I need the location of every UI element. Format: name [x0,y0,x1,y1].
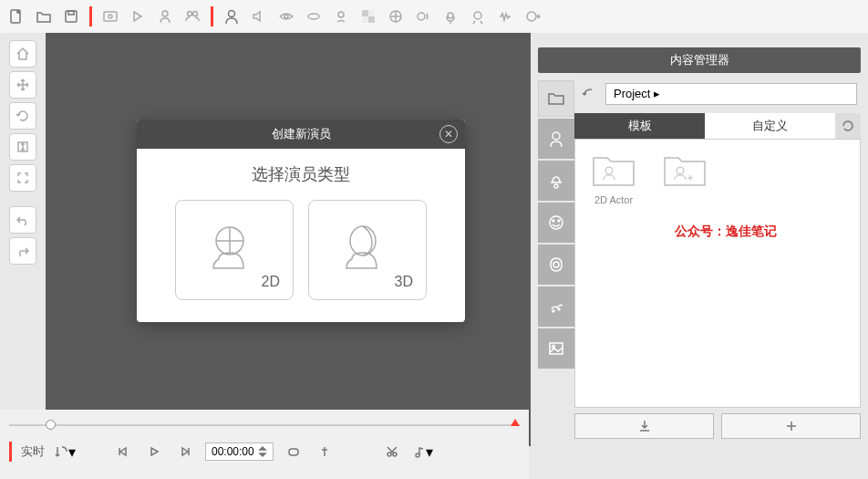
tab-template[interactable]: 模板 [574,113,705,139]
svg-point-10 [308,14,319,19]
voice-icon[interactable] [410,4,436,29]
cut-button[interactable] [381,441,403,463]
timeline-track[interactable] [9,415,520,433]
record-indicator [9,442,12,462]
fullscreen-button[interactable] [9,164,36,192]
category-actor[interactable] [538,119,574,159]
content-manager-panel: 内容管理器 Project ▸ 模板 自定义 [531,33,868,446]
actor-3d-label: 3D [395,274,413,290]
redo-button[interactable] [9,237,36,265]
canvas[interactable]: 创建新演员 ✕ 选择演员类型 2D [46,33,531,446]
svg-point-33 [553,346,555,349]
svg-rect-2 [68,11,74,15]
group-button[interactable] [180,4,205,29]
new-file-button[interactable] [4,4,29,29]
scale-button[interactable] [9,133,36,161]
loop-button[interactable] [283,441,305,463]
main-area: 创建新演员 ✕ 选择演员类型 2D [0,33,868,446]
toolbar-separator [211,6,213,26]
content-grid: 2D Actor 公众号：逸佳笔记 [574,139,861,408]
wave-icon[interactable] [492,4,518,29]
svg-point-11 [338,12,344,17]
svg-point-17 [418,13,425,20]
playhead-handle[interactable] [46,420,56,430]
move-button[interactable] [9,71,36,99]
face-button[interactable] [328,4,354,29]
timeline-end-marker [511,419,520,426]
breadcrumb-path[interactable]: Project ▸ [605,83,857,105]
category-image[interactable] [538,328,574,369]
head-icon[interactable] [383,4,408,29]
svg-rect-14 [368,10,375,16]
marker-button[interactable] [314,441,336,463]
home-button[interactable] [9,40,36,68]
mouth-button[interactable] [301,4,326,29]
actor-type-3d[interactable]: 3D [308,200,427,300]
export-icon[interactable] [520,4,545,29]
timecode-field[interactable]: 00:00:00 [205,443,274,461]
left-tool-rail [0,33,46,446]
actor-2d-label: 2D [262,274,280,290]
play-timeline-button[interactable] [143,441,165,463]
svg-point-26 [550,216,563,229]
svg-point-34 [605,167,613,174]
rotate-button[interactable] [9,102,36,130]
svg-point-28 [558,220,560,222]
next-button[interactable] [174,441,196,463]
svg-point-35 [677,167,684,174]
undo-button[interactable] [9,206,36,234]
category-hat[interactable] [538,161,574,201]
panel-title: 内容管理器 [538,47,861,73]
svg-point-5 [162,11,168,16]
svg-point-31 [558,308,560,310]
svg-rect-12 [362,10,368,16]
watermark-text: 公众号：逸佳笔记 [675,224,777,240]
profile-button[interactable] [219,4,244,29]
panel-category-rail [538,80,574,439]
audio-button[interactable] [246,4,272,29]
timeline-bar: 实时 ▾ 00:00:00 ▾ [0,410,529,479]
category-effect[interactable] [538,286,574,327]
back-button[interactable] [578,83,600,105]
svg-point-9 [284,15,288,18]
svg-rect-36 [289,449,298,455]
top-toolbar [0,0,868,33]
svg-rect-3 [104,12,117,21]
note-button[interactable]: ▾ [412,441,434,463]
folder-2d-actor[interactable]: 2D Actor [586,151,641,205]
svg-point-29 [553,262,559,267]
category-emoji[interactable] [538,203,574,243]
category-sound[interactable] [538,245,574,285]
svg-point-6 [188,12,192,16]
add-button[interactable] [721,413,861,439]
gesture-icon[interactable] [465,4,491,29]
open-file-button[interactable] [31,4,57,29]
mode-label: 实时 [21,443,45,460]
tab-custom[interactable]: 自定义 [705,113,835,139]
save-button[interactable] [58,4,84,29]
checker-button[interactable] [356,4,381,29]
play-button[interactable] [125,4,150,29]
svg-point-8 [229,11,235,17]
actor-button[interactable] [152,4,178,29]
folder-watermark [657,151,712,194]
import-button[interactable] [574,413,714,439]
eye-button[interactable] [274,4,299,29]
close-icon[interactable]: ✕ [439,125,458,143]
refresh-button[interactable] [835,113,861,139]
create-actor-modal: 创建新演员 ✕ 选择演员类型 2D [137,120,465,322]
svg-point-24 [553,132,560,140]
actor-type-2d[interactable]: 2D [175,200,294,300]
preview-button[interactable] [98,4,123,29]
svg-point-20 [527,12,536,21]
toolbar-separator [89,6,92,26]
svg-point-19 [474,12,481,19]
svg-point-18 [448,13,453,18]
prev-button[interactable] [112,441,134,463]
svg-rect-15 [362,16,368,23]
category-folder[interactable] [538,80,574,117]
timecode-value: 00:00:00 [212,445,254,458]
mic-icon[interactable] [438,4,463,29]
svg-point-27 [553,220,554,222]
settings-dropdown[interactable]: ▾ [54,441,76,463]
